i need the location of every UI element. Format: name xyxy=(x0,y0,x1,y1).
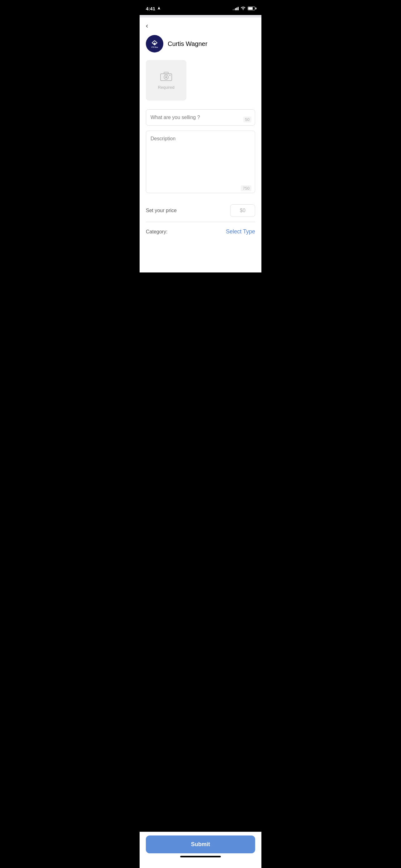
signal-icon xyxy=(233,6,239,10)
title-char-count: 50 xyxy=(243,117,252,122)
price-label: Set your price xyxy=(146,208,177,213)
battery-icon xyxy=(248,6,255,10)
description-input[interactable] xyxy=(146,131,255,193)
description-char-count: 750 xyxy=(241,185,252,191)
status-bar: 4:41 xyxy=(140,0,261,15)
description-input-wrapper: 750 xyxy=(146,131,255,194)
status-time: 4:41 xyxy=(146,6,161,11)
status-icons xyxy=(233,6,255,11)
svg-point-8 xyxy=(169,75,170,76)
photo-required-label: Required xyxy=(158,85,175,90)
price-row: Set your price xyxy=(140,199,261,222)
main-content: ‹ VTS Rise Curtis Wagner xyxy=(140,18,261,273)
svg-text:VTS Rise: VTS Rise xyxy=(151,46,158,48)
gray-scroll-strip xyxy=(140,15,261,18)
category-label: Category: xyxy=(146,229,167,235)
price-input[interactable] xyxy=(230,204,255,217)
camera-icon xyxy=(160,71,172,83)
category-row: Category: Select Type xyxy=(140,222,261,241)
wifi-icon xyxy=(240,6,246,11)
user-name: Curtis Wagner xyxy=(168,40,207,48)
title-input-wrapper: 50 xyxy=(146,110,255,126)
user-header: VTS Rise Curtis Wagner xyxy=(140,32,261,60)
photo-upload-area[interactable]: Required xyxy=(146,60,187,101)
back-button[interactable]: ‹ xyxy=(140,18,261,32)
select-type-button[interactable]: Select Type xyxy=(226,228,255,235)
avatar: VTS Rise xyxy=(146,35,163,53)
form-section: 50 750 xyxy=(140,110,261,194)
title-input[interactable] xyxy=(146,110,255,126)
back-chevron-icon[interactable]: ‹ xyxy=(146,22,148,30)
svg-rect-7 xyxy=(164,72,168,74)
svg-point-6 xyxy=(165,76,167,78)
